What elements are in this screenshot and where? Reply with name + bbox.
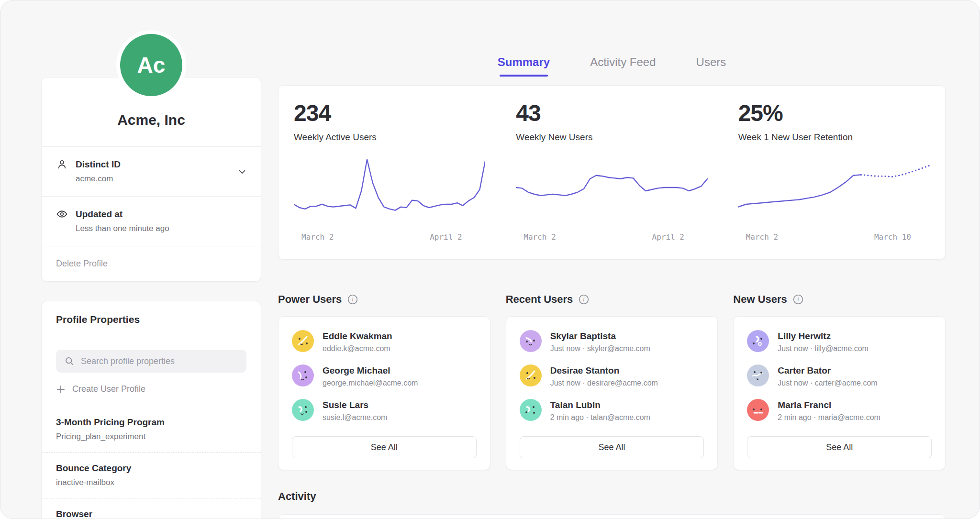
retention-sparkline xyxy=(738,155,930,227)
property-value: Pricing_plan_experiment xyxy=(56,432,246,442)
property-name: Browser xyxy=(56,509,246,519)
property-row[interactable]: 3-Month Pricing Program Pricing_plan_exp… xyxy=(42,407,261,453)
user-row[interactable]: Lilly Herwitz Just now · lilly@acme.com xyxy=(747,330,932,353)
new-users-section: New Users i Lilly Herwitz Just now · lil… xyxy=(733,293,946,470)
x-tick-left: March 2 xyxy=(523,232,556,242)
property-row[interactable]: Bounce Category inactive-mailbox xyxy=(42,453,261,498)
field-distinct-id[interactable]: Distinct ID acme.com xyxy=(42,147,261,196)
user-detail: eddie.k@acme.com xyxy=(323,344,392,353)
stat-weekly-active-users: 234 Weekly Active Users March 2 April 2 xyxy=(278,100,501,245)
user-detail: Just now · skyler@acme.com xyxy=(550,344,650,353)
weekly-new-users-sparkline xyxy=(516,155,707,227)
search-icon xyxy=(64,356,75,366)
user-row[interactable]: George Michael george.michael@acme.com xyxy=(292,364,477,387)
tab-bar: Summary Activity Feed Users xyxy=(278,0,946,75)
x-axis: March 2 April 2 xyxy=(516,232,707,245)
recent-users-section: Recent Users i Skylar Baptista Just now … xyxy=(506,293,718,470)
user-row[interactable]: Maria Franci 2 min ago · maria@acme.com xyxy=(747,399,932,422)
x-tick-left: March 2 xyxy=(746,232,778,242)
chevron-down-icon[interactable] xyxy=(237,166,247,177)
power-users-section: Power Users i Eddie Kwakman eddie.k@acme… xyxy=(278,293,490,470)
avatar xyxy=(292,364,314,386)
see-all-button[interactable]: See All xyxy=(292,436,477,458)
eye-icon xyxy=(56,208,68,220)
new-users-card: Lilly Herwitz Just now · lilly@acme.com … xyxy=(733,316,946,470)
weekly-active-users-sparkline xyxy=(294,155,485,227)
stat-value: 234 xyxy=(294,100,485,126)
stat-label: Weekly Active Users xyxy=(294,132,485,143)
tab-users[interactable]: Users xyxy=(696,55,726,75)
user-name: Lilly Herwitz xyxy=(778,330,869,342)
user-name: Talan Lubin xyxy=(550,399,650,410)
info-icon[interactable]: i xyxy=(579,294,589,305)
user-name: Susie Lars xyxy=(323,399,387,410)
power-users-card: Eddie Kwakman eddie.k@acme.com George Mi… xyxy=(278,316,490,470)
avatar xyxy=(520,330,542,352)
see-all-button[interactable]: See All xyxy=(520,436,704,458)
stat-label: Weekly New Users xyxy=(516,132,707,143)
x-axis: March 2 March 10 xyxy=(738,232,930,245)
x-tick-left: March 2 xyxy=(301,232,334,242)
company-avatar: Ac xyxy=(120,34,182,96)
profile-properties-title: Profile Properties xyxy=(42,301,261,337)
svg-text:i: i xyxy=(797,296,799,303)
user-row[interactable]: Eddie Kwakman eddie.k@acme.com xyxy=(292,330,477,353)
main-content: Summary Activity Feed Users 234 Weekly A… xyxy=(278,0,946,519)
user-name: Eddie Kwakman xyxy=(323,330,392,342)
tab-summary[interactable]: Summary xyxy=(498,55,550,75)
x-axis: March 2 April 2 xyxy=(294,232,485,245)
user-detail: Just now · desirare@acme.com xyxy=(550,379,658,387)
svg-text:i: i xyxy=(583,296,585,303)
user-detail: Just now · carter@acme.com xyxy=(778,379,877,387)
user-name: Carter Bator xyxy=(778,364,877,376)
avatar xyxy=(747,364,769,386)
user-row[interactable]: Carter Bator Just now · carter@acme.com xyxy=(747,364,932,387)
avatar xyxy=(292,399,314,421)
avatar xyxy=(520,399,542,421)
property-row[interactable]: Browser Chrome xyxy=(42,498,261,519)
field-value: Less than one minute ago xyxy=(76,224,246,233)
tab-activity-feed[interactable]: Activity Feed xyxy=(590,55,656,75)
activity-card: 234 240 3.4k xyxy=(278,514,946,519)
field-label: Updated at xyxy=(76,209,122,220)
stat-weekly-new-users: 43 Weekly New Users March 2 April 2 xyxy=(501,100,723,245)
user-row[interactable]: Susie Lars susie.l@acme.com xyxy=(292,399,477,422)
user-detail: Just now · lilly@acme.com xyxy=(778,344,869,353)
summary-stats-card: 234 Weekly Active Users March 2 April 2 … xyxy=(278,85,946,260)
field-value: acme.com xyxy=(76,174,246,184)
x-tick-right: April 2 xyxy=(430,232,462,242)
user-row[interactable]: Desirae Stanton Just now · desirare@acme… xyxy=(520,364,704,387)
x-tick-right: March 10 xyxy=(874,232,911,242)
info-icon[interactable]: i xyxy=(347,294,358,305)
create-user-profile-button[interactable]: Create User Profile xyxy=(56,384,246,394)
field-label: Distinct ID xyxy=(76,159,121,170)
delete-profile-button[interactable]: Delete Profile xyxy=(42,246,261,281)
svg-text:i: i xyxy=(352,296,354,303)
user-detail: 2 min ago · maria@acme.com xyxy=(778,413,880,422)
user-row[interactable]: Talan Lubin 2 min ago · talan@acme.com xyxy=(520,399,704,422)
see-all-button[interactable]: See All xyxy=(747,436,932,458)
user-row[interactable]: Skylar Baptista Just now · skyler@acme.c… xyxy=(520,330,704,353)
plus-icon xyxy=(56,385,66,394)
profile-sidebar: Ac Acme, Inc Distinct ID acme.com xyxy=(41,0,261,519)
info-icon[interactable]: i xyxy=(793,294,803,305)
search-profile-properties-input[interactable] xyxy=(56,350,246,373)
profile-properties-card: Profile Properties Create User Profile xyxy=(41,301,261,519)
avatar xyxy=(292,330,314,352)
field-updated-at: Updated at Less than one minute ago xyxy=(42,197,261,246)
section-title: New Users xyxy=(733,293,787,306)
stat-value: 43 xyxy=(516,100,707,126)
avatar xyxy=(520,364,542,386)
user-detail: susie.l@acme.com xyxy=(323,413,387,422)
user-detail: george.michael@acme.com xyxy=(323,379,418,387)
property-name: 3-Month Pricing Program xyxy=(56,417,246,428)
property-name: Bounce Category xyxy=(56,463,246,474)
user-detail: 2 min ago · talan@acme.com xyxy=(550,413,650,422)
user-sections: Power Users i Eddie Kwakman eddie.k@acme… xyxy=(278,293,946,470)
stat-label: Week 1 New User Retention xyxy=(738,132,930,143)
activity-title: Activity xyxy=(278,490,946,503)
create-user-profile-label: Create User Profile xyxy=(72,384,145,394)
search-wrap xyxy=(56,350,246,373)
user-name: Skylar Baptista xyxy=(550,330,650,342)
stat-value: 25% xyxy=(738,100,930,126)
